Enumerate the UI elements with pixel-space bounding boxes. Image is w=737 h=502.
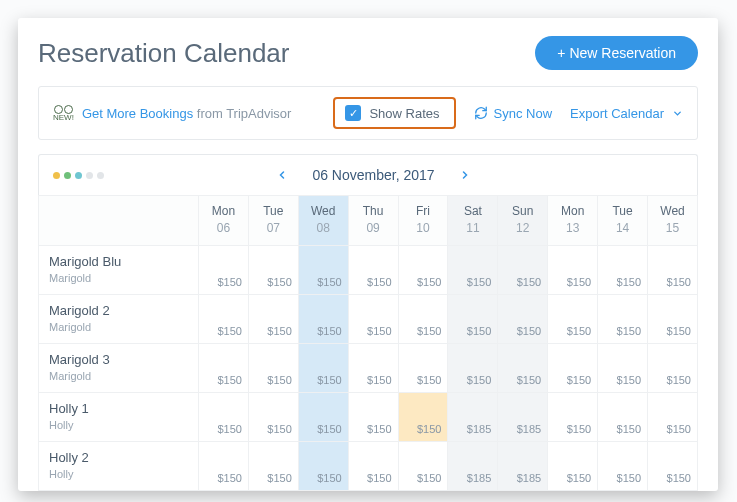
rate-cell[interactable]: $150 [548, 246, 598, 295]
rate-cell[interactable]: $150 [248, 246, 298, 295]
show-rates-toggle[interactable]: ✓ Show Rates [333, 97, 455, 129]
tripadvisor-logo-icon: NEW! [53, 105, 74, 122]
export-calendar-dropdown[interactable]: Export Calendar [570, 106, 683, 121]
calendar-grid: Mon06Tue07Wed08Thu09Fri10Sat11Sun12Mon13… [38, 195, 698, 491]
rate-cell[interactable]: $150 [648, 442, 698, 491]
day-header: Sun12 [498, 196, 548, 246]
rate-cell[interactable]: $150 [448, 246, 498, 295]
rate-cell[interactable]: $150 [348, 442, 398, 491]
rate-cell[interactable]: $150 [598, 246, 648, 295]
rate-cell[interactable]: $150 [398, 295, 448, 344]
day-header: Thu09 [348, 196, 398, 246]
rate-cell[interactable]: $150 [348, 344, 398, 393]
rate-cell[interactable]: $150 [448, 295, 498, 344]
table-row: Marigold 2Marigold$150$150$150$150$150$1… [39, 295, 698, 344]
day-header: Tue07 [248, 196, 298, 246]
room-cell[interactable]: Marigold BluMarigold [39, 246, 199, 295]
rate-cell[interactable]: $150 [648, 295, 698, 344]
toolbar-left: NEW! Get More Bookings from TripAdvisor [53, 105, 315, 122]
rate-cell[interactable]: $185 [498, 393, 548, 442]
new-reservation-button[interactable]: + New Reservation [535, 36, 698, 70]
rate-cell[interactable]: $150 [298, 344, 348, 393]
rate-cell[interactable]: $150 [199, 442, 249, 491]
reservation-panel: Reservation Calendar + New Reservation N… [18, 18, 718, 491]
room-cell[interactable]: Holly 1Holly [39, 393, 199, 442]
rate-cell[interactable]: $150 [199, 246, 249, 295]
rate-cell[interactable]: $150 [548, 442, 598, 491]
rate-cell[interactable]: $150 [498, 246, 548, 295]
rate-cell[interactable]: $150 [648, 246, 698, 295]
rate-cell[interactable]: $150 [598, 295, 648, 344]
rate-cell[interactable]: $150 [548, 393, 598, 442]
rate-cell[interactable]: $150 [248, 344, 298, 393]
rate-cell[interactable]: $150 [298, 295, 348, 344]
rate-cell[interactable]: $150 [348, 295, 398, 344]
rate-cell[interactable]: $150 [298, 442, 348, 491]
rate-cell[interactable]: $150 [548, 344, 598, 393]
page-title: Reservation Calendar [38, 38, 289, 69]
room-cell[interactable]: Holly 2Holly [39, 442, 199, 491]
rate-cell[interactable]: $185 [448, 393, 498, 442]
status-dots-icon [53, 172, 104, 179]
tripadvisor-suffix: from TripAdvisor [193, 106, 291, 121]
rate-cell[interactable]: $150 [398, 442, 448, 491]
rate-cell[interactable]: $150 [298, 393, 348, 442]
rate-cell[interactable]: $150 [398, 393, 448, 442]
checkbox-checked-icon: ✓ [345, 105, 361, 121]
rate-cell[interactable]: $150 [548, 295, 598, 344]
table-row: Marigold 3Marigold$150$150$150$150$150$1… [39, 344, 698, 393]
day-header: Sat11 [448, 196, 498, 246]
rate-cell[interactable]: $150 [598, 344, 648, 393]
rate-cell[interactable]: $150 [199, 393, 249, 442]
date-navigator: 06 November, 2017 [38, 154, 698, 195]
chevron-down-icon [672, 108, 683, 119]
rate-cell[interactable]: $150 [398, 246, 448, 295]
show-rates-label: Show Rates [369, 106, 439, 121]
rate-cell[interactable]: $150 [199, 344, 249, 393]
next-week-button[interactable] [459, 169, 471, 181]
day-header: Tue14 [598, 196, 648, 246]
day-header: Mon13 [548, 196, 598, 246]
table-row: Holly 1Holly$150$150$150$150$150$185$185… [39, 393, 698, 442]
header: Reservation Calendar + New Reservation [38, 36, 698, 70]
rate-cell[interactable]: $150 [598, 442, 648, 491]
day-header: Fri10 [398, 196, 448, 246]
rate-cell[interactable]: $150 [648, 344, 698, 393]
rate-cell[interactable]: $150 [648, 393, 698, 442]
day-header: Wed15 [648, 196, 698, 246]
rate-cell[interactable]: $150 [298, 246, 348, 295]
rate-cell[interactable]: $150 [598, 393, 648, 442]
table-row: Marigold BluMarigold$150$150$150$150$150… [39, 246, 698, 295]
rate-cell[interactable]: $150 [248, 442, 298, 491]
get-more-bookings-link[interactable]: Get More Bookings [82, 106, 193, 121]
rate-cell[interactable]: $185 [498, 442, 548, 491]
rate-cell[interactable]: $150 [498, 295, 548, 344]
day-header: Mon06 [199, 196, 249, 246]
rate-cell[interactable]: $150 [398, 344, 448, 393]
room-cell[interactable]: Marigold 2Marigold [39, 295, 199, 344]
table-row: Holly 2Holly$150$150$150$150$150$185$185… [39, 442, 698, 491]
day-header: Wed08 [298, 196, 348, 246]
rate-cell[interactable]: $150 [448, 344, 498, 393]
room-cell[interactable]: Marigold 3Marigold [39, 344, 199, 393]
sync-icon [474, 106, 488, 120]
current-date-label: 06 November, 2017 [312, 167, 434, 183]
rate-cell[interactable]: $150 [498, 344, 548, 393]
rate-cell[interactable]: $150 [199, 295, 249, 344]
toolbar: NEW! Get More Bookings from TripAdvisor … [38, 86, 698, 140]
sync-now-button[interactable]: Sync Now [474, 106, 553, 121]
rate-cell[interactable]: $185 [448, 442, 498, 491]
rate-cell[interactable]: $150 [248, 393, 298, 442]
rate-cell[interactable]: $150 [248, 295, 298, 344]
prev-week-button[interactable] [276, 169, 288, 181]
rate-cell[interactable]: $150 [348, 246, 398, 295]
rate-cell[interactable]: $150 [348, 393, 398, 442]
